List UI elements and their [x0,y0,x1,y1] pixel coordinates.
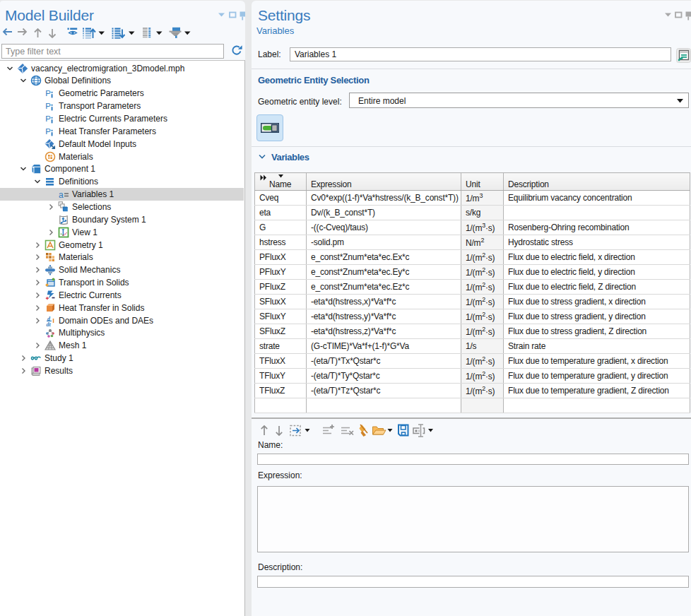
svg-text:a: a [59,190,64,200]
svg-text:P: P [45,127,51,136]
svg-text:P: P [45,89,51,97]
svg-text:dt: dt [47,321,52,327]
svg-text:P: P [45,102,51,110]
svg-text:P: P [45,114,51,123]
